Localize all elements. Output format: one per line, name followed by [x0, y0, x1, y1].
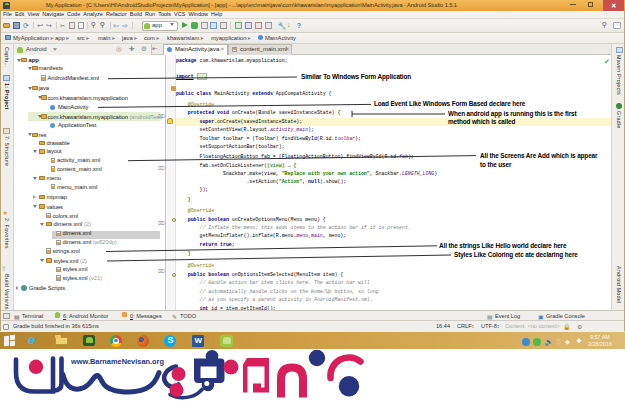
svg-text:www.BarnameNevisan.org: www.BarnameNevisan.org [70, 357, 164, 366]
